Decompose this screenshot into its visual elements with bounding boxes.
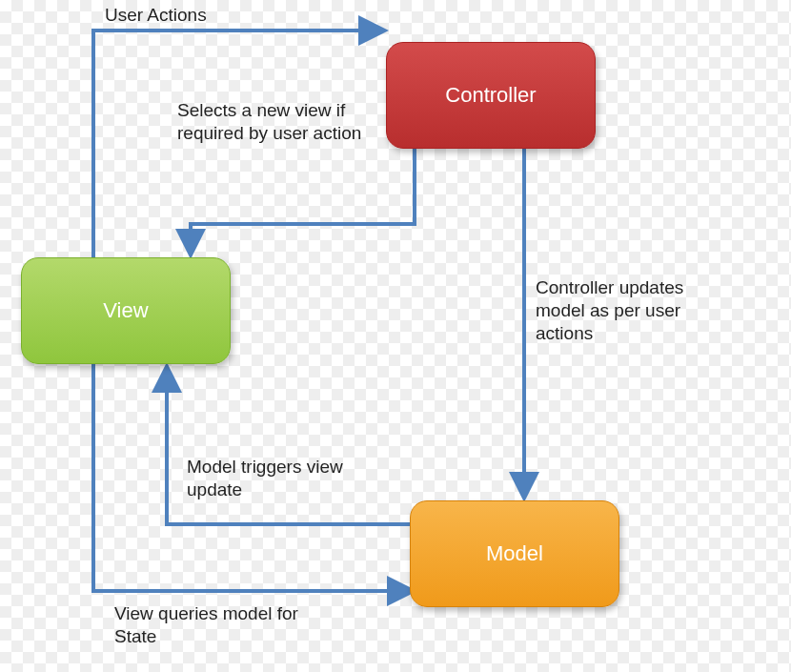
label-selects-view: Selects a new view if required by user a…: [177, 99, 368, 145]
label-model-triggers: Model triggers view update: [187, 456, 377, 501]
controller-label: Controller: [445, 83, 536, 108]
model-label: Model: [486, 541, 543, 566]
model-node: Model: [410, 500, 619, 607]
mvc-diagram: Controller View Model User Actions Selec…: [0, 0, 791, 672]
view-label: View: [103, 298, 148, 323]
controller-node: Controller: [386, 42, 596, 149]
arrow-model-triggers: [167, 370, 410, 524]
label-view-queries: View queries model for State: [114, 602, 324, 648]
arrow-selects-view: [191, 149, 415, 252]
label-user-actions: User Actions: [105, 4, 207, 27]
label-controller-updates: Controller updates model as per user act…: [536, 276, 736, 344]
view-node: View: [21, 257, 231, 364]
